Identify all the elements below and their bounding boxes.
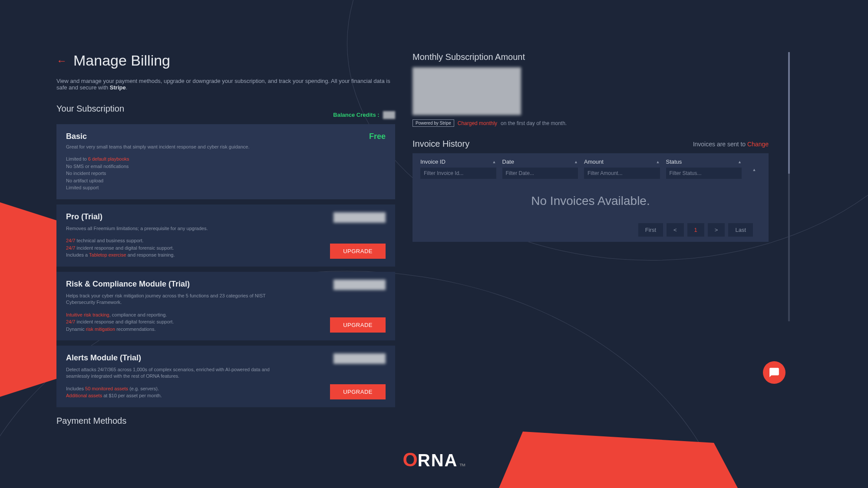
back-arrow-icon[interactable]: ←: [56, 55, 67, 67]
plan-card-alerts: Alerts Module (Trial) Detect attacks 24/…: [56, 346, 395, 407]
scrollbar[interactable]: [788, 52, 790, 321]
desc-suffix: .: [126, 84, 128, 91]
sort-icon[interactable]: ▲: [574, 160, 578, 164]
filter-amount[interactable]: [584, 168, 660, 179]
chat-icon: [769, 367, 780, 378]
upgrade-button-alerts[interactable]: UPGRADE: [330, 384, 386, 399]
invoice-history-title: Invoice History: [413, 139, 469, 149]
chat-fab-button[interactable]: [763, 361, 785, 384]
plan-price-basic: Free: [369, 132, 386, 141]
plan-desc-pro: Removes all Freemium limitations; a prer…: [66, 225, 292, 232]
page-first-button[interactable]: First: [638, 223, 663, 237]
plan-name-basic: Basic: [66, 132, 87, 141]
logo-tm: TM: [459, 463, 465, 467]
sort-icon[interactable]: ▲: [752, 168, 756, 172]
page-prev-button[interactable]: <: [667, 223, 684, 237]
desc-stripe: Stripe: [110, 84, 126, 91]
sort-icon[interactable]: ▲: [738, 160, 742, 164]
stripe-info-row: Powered by Stripe Charged monthly on the…: [413, 119, 769, 127]
plan-price-risk-redacted: [333, 280, 386, 290]
change-link[interactable]: Change: [747, 141, 769, 148]
col-status: Status: [666, 158, 682, 165]
upgrade-button-pro[interactable]: UPGRADE: [330, 244, 386, 259]
no-invoices-message: No Invoices Available.: [420, 179, 761, 223]
plan-card-pro: Pro (Trial) Removes all Freemium limitat…: [56, 204, 395, 267]
plan-card-basic: Basic Free Great for very small teams th…: [56, 124, 395, 199]
balance-value-redacted: [383, 111, 395, 119]
upgrade-button-risk[interactable]: UPGRADE: [330, 317, 386, 333]
logo-rest: RNA: [418, 451, 458, 470]
charged-monthly-label: Charged monthly: [458, 120, 497, 126]
monthly-amount-title: Monthly Subscription Amount: [413, 52, 769, 62]
page-description: View and manage your payment methods, up…: [56, 78, 395, 91]
balance-credits: Balance Credits :: [333, 111, 395, 119]
plan-price-alerts-redacted: [333, 353, 386, 364]
plan-desc-basic: Great for very small teams that simply w…: [66, 144, 292, 150]
charged-rest-label: on the first day of the month.: [501, 120, 567, 126]
payment-methods-title: Payment Methods: [56, 416, 395, 426]
stripe-badge[interactable]: Powered by Stripe: [413, 119, 454, 127]
balance-label: Balance Credits :: [333, 112, 379, 118]
logo-o: O: [403, 449, 418, 471]
plan-price-pro-redacted: [333, 212, 386, 223]
plan-card-risk: Risk & Compliance Module (Trial) Helps t…: [56, 272, 395, 340]
page-next-button[interactable]: >: [708, 223, 725, 237]
plan-name-pro: Pro (Trial): [66, 212, 102, 221]
invoice-sent-row: Invoices are sent to Change: [693, 141, 769, 148]
col-amount: Amount: [584, 158, 604, 165]
pagination: First < 1 > Last: [420, 223, 761, 237]
col-invoice-id: Invoice ID: [420, 158, 446, 165]
plan-desc-risk: Helps track your cyber risk mitigation j…: [66, 293, 292, 306]
filter-date[interactable]: [502, 168, 578, 179]
monthly-amount-redacted: [413, 67, 521, 115]
desc-prefix: View and manage your payment methods, up…: [56, 78, 390, 91]
plan-features-basic: Limited to 6 default playbooks No SMS or…: [66, 155, 386, 191]
invoice-table: Invoice ID▲ Date▲ Amount▲ Status▲ ▲ No I…: [413, 153, 769, 242]
plan-name-risk: Risk & Compliance Module (Trial): [66, 280, 190, 289]
filter-status[interactable]: [666, 168, 742, 179]
plan-name-alerts: Alerts Module (Trial): [66, 353, 141, 363]
invoice-sent-prefix: Invoices are sent to: [693, 141, 747, 148]
col-date: Date: [502, 158, 514, 165]
sort-icon[interactable]: ▲: [492, 160, 496, 164]
plan-desc-alerts: Detect attacks 24/7/365 across 1,000s of…: [66, 366, 292, 380]
decorative-red-bottom: [499, 432, 738, 488]
page-current-button[interactable]: 1: [687, 223, 704, 237]
filter-invoice-id[interactable]: [420, 168, 496, 179]
subscription-title: Your Subscription: [56, 104, 124, 114]
orna-logo: ORNATM: [403, 449, 465, 471]
sort-icon[interactable]: ▲: [656, 160, 660, 164]
page-title: Manage Billing: [73, 52, 170, 69]
page-last-button[interactable]: Last: [728, 223, 753, 237]
